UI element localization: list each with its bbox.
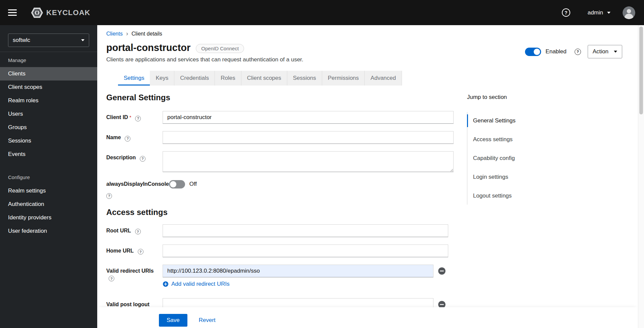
sidebar-item-label: User federation — [8, 228, 47, 234]
redirect-uris-row: Valid redirect URIs — [106, 265, 468, 289]
sidebar-item-label: Realm roles — [8, 97, 39, 104]
hamburger-icon — [8, 9, 17, 10]
scrollbar-thumb[interactable] — [639, 26, 643, 114]
body-row: softwlc Manage Clients Client scopes Rea… — [0, 25, 644, 328]
breadcrumb-current: Client details — [131, 31, 162, 37]
redirect-uris-help-icon[interactable] — [109, 276, 114, 281]
help-icon[interactable] — [562, 8, 570, 17]
description-label: Description — [106, 155, 136, 160]
sidebar-item-realm-settings[interactable]: Realm settings — [0, 184, 97, 198]
jump-link-access-settings[interactable]: Access settings — [467, 130, 537, 149]
description-textarea[interactable] — [163, 151, 454, 172]
masthead-right: admin — [562, 6, 635, 19]
sidebar-item-events[interactable]: Events — [0, 148, 97, 161]
sidebar-item-label: Client scopes — [8, 84, 42, 91]
chevron-down-icon — [81, 39, 84, 41]
enabled-help-icon[interactable] — [575, 49, 581, 55]
home-url-row: Home URL — [106, 244, 468, 257]
root-url-help-icon[interactable] — [135, 229, 141, 234]
realm-selector[interactable]: softwlc — [8, 34, 89, 47]
sidebar: softwlc Manage Clients Client scopes Rea… — [0, 25, 97, 328]
sidebar-item-groups[interactable]: Groups — [0, 121, 97, 134]
keycloak-logo[interactable]: KEYCLOAK — [31, 7, 90, 18]
add-redirect-uri-label: Add valid redirect URIs — [171, 281, 230, 287]
sidebar-item-authentication[interactable]: Authentication — [0, 198, 97, 211]
jump-link-general-settings[interactable]: General Settings — [467, 111, 537, 130]
tab-keys[interactable]: Keys — [150, 71, 174, 86]
sidebar-item-realm-roles[interactable]: Realm roles — [0, 94, 97, 107]
tab-roles[interactable]: Roles — [215, 71, 241, 86]
required-indicator — [128, 114, 131, 120]
sidebar-item-user-federation[interactable]: User federation — [0, 224, 97, 238]
keycloak-admin-console: KEYCLOAK admin softwlc — [0, 0, 644, 328]
divider — [0, 52, 97, 52]
sidebar-item-label: Users — [8, 111, 23, 117]
revert-button[interactable]: Revert — [199, 314, 216, 327]
name-help-icon[interactable] — [125, 136, 130, 142]
save-button[interactable]: Save — [159, 314, 187, 327]
remove-redirect-uri-button[interactable] — [438, 267, 446, 275]
description-help-icon[interactable] — [140, 156, 145, 162]
sidebar-item-users[interactable]: Users — [0, 107, 97, 121]
user-menu[interactable]: admin — [588, 9, 610, 16]
nav-group-title: Configure — [8, 174, 97, 180]
sidebar-item-label: Identity providers — [8, 214, 51, 221]
root-url-label: Root URL — [106, 228, 131, 233]
name-input[interactable] — [163, 131, 454, 144]
nav-group-title: Manage — [8, 57, 97, 63]
main-content: Clients Client details portal-constructo… — [97, 25, 638, 328]
client-id-help-icon[interactable] — [135, 116, 141, 121]
client-id-input[interactable] — [163, 111, 454, 124]
breadcrumb-divider-icon — [126, 31, 128, 37]
section-access-settings: Access settings — [106, 208, 468, 217]
tab-sessions[interactable]: Sessions — [287, 71, 322, 86]
enabled-label: Enabled — [545, 48, 566, 55]
page-header-controls: Enabled Action — [525, 45, 622, 58]
tab-credentials[interactable]: Credentials — [174, 71, 215, 86]
jump-link-logout-settings[interactable]: Logout settings — [467, 186, 537, 205]
sidebar-item-label: Events — [8, 151, 25, 158]
always-display-toggle[interactable] — [169, 180, 185, 188]
avatar[interactable] — [623, 6, 635, 19]
plus-circle-icon — [163, 281, 169, 287]
nav-toggle-button[interactable] — [6, 5, 21, 20]
enabled-toggle[interactable] — [525, 48, 541, 56]
chevron-down-icon — [614, 51, 617, 53]
root-url-input[interactable] — [163, 224, 448, 237]
settings-form: General Settings Client ID Name — [106, 93, 468, 315]
name-row: Name — [106, 131, 468, 144]
action-dropdown[interactable]: Action — [588, 45, 622, 58]
scrollbar[interactable] — [638, 25, 644, 328]
tab-client-scopes[interactable]: Client scopes — [241, 71, 287, 86]
page-subtitle: Clients are applications and services th… — [106, 56, 303, 63]
tab-permissions[interactable]: Permissions — [322, 71, 365, 86]
redirect-uri-input[interactable] — [163, 265, 433, 277]
masthead: KEYCLOAK admin — [0, 0, 644, 25]
nav-group-manage: Manage Clients Client scopes Realm roles… — [0, 57, 97, 161]
sidebar-item-label: Clients — [8, 70, 25, 77]
always-display-help-icon[interactable] — [106, 193, 112, 199]
sidebar-item-label: Groups — [8, 124, 27, 131]
add-redirect-uri-button[interactable]: Add valid redirect URIs — [163, 281, 230, 287]
jump-link-login-settings[interactable]: Login settings — [467, 168, 537, 186]
title-row: portal-constructor OpenID Connect — [106, 42, 303, 53]
sidebar-item-label: Authentication — [8, 201, 44, 208]
protocol-badge: OpenID Connect — [196, 44, 244, 53]
home-url-help-icon[interactable] — [138, 249, 143, 255]
section-general-settings: General Settings — [106, 93, 468, 102]
page-header: portal-constructor OpenID Connect Client… — [106, 42, 638, 63]
jump-link-capability-config[interactable]: Capability config — [467, 149, 537, 168]
toggle-knob — [534, 49, 540, 55]
tab-advanced[interactable]: Advanced — [365, 71, 402, 86]
sidebar-item-clients[interactable]: Clients — [0, 67, 97, 80]
sidebar-item-identity-providers[interactable]: Identity providers — [0, 211, 97, 224]
form-actions: Save Revert — [97, 307, 638, 328]
root-url-row: Root URL — [106, 224, 468, 237]
tab-settings[interactable]: Settings — [118, 71, 150, 86]
sidebar-item-sessions[interactable]: Sessions — [0, 134, 97, 148]
nav-group-configure: Configure Realm settings Authentication … — [0, 174, 97, 238]
breadcrumb-clients-link[interactable]: Clients — [106, 31, 123, 37]
home-url-input[interactable] — [163, 244, 448, 257]
sidebar-item-client-scopes[interactable]: Client scopes — [0, 80, 97, 94]
home-url-label: Home URL — [106, 248, 134, 254]
